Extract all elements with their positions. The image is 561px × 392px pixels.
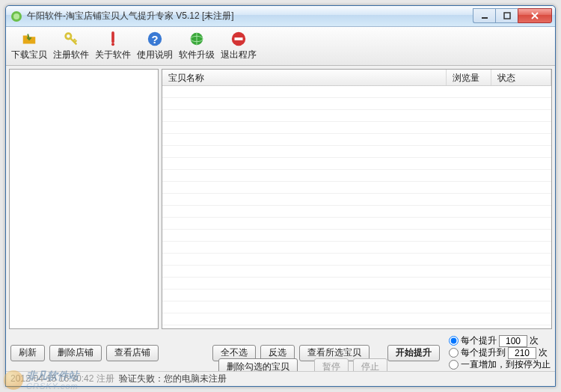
table-row <box>162 301 551 313</box>
option-boost-to[interactable]: 每个提升到 次 <box>449 347 551 358</box>
table-row <box>162 110 551 122</box>
toolbar-register[interactable]: 注册软件 <box>51 28 91 64</box>
info-icon <box>104 31 122 47</box>
list-header: 宝贝名称 浏览量 状态 <box>162 70 551 86</box>
table-row <box>162 86 551 98</box>
toolbar-help[interactable]: ? 使用说明 <box>135 28 175 64</box>
maximize-icon <box>503 12 511 19</box>
col-header-views[interactable]: 浏览量 <box>447 70 491 85</box>
table-row <box>162 218 551 230</box>
toolbar-about[interactable]: 关于软件 <box>93 28 133 64</box>
toolbar-download[interactable]: 下载宝贝 <box>9 28 49 64</box>
svg-rect-2 <box>482 17 488 19</box>
table-row <box>162 266 551 278</box>
list-body[interactable] <box>162 86 551 328</box>
window-title: 午阳软件-淘宝店铺宝贝人气提升专家 V5.12 [未注册] <box>27 10 473 22</box>
item-list-pane: 宝贝名称 浏览量 状态 <box>162 69 552 329</box>
table-row <box>162 242 551 254</box>
toolbar-update[interactable]: 软件升级 <box>177 28 217 64</box>
toolbar-label: 下载宝贝 <box>11 49 47 61</box>
option-each-boost[interactable]: 每个提升 次 <box>449 335 551 346</box>
folder-download-icon <box>20 31 38 47</box>
toolbar-label: 注册软件 <box>53 49 89 61</box>
table-row <box>162 182 551 194</box>
toolbar-label: 使用说明 <box>137 49 173 61</box>
table-row <box>162 194 551 206</box>
maximize-button[interactable] <box>495 8 518 23</box>
svg-text:?: ? <box>152 34 159 46</box>
table-row <box>162 278 551 290</box>
exit-icon <box>230 31 248 47</box>
toolbar-label: 退出程序 <box>221 49 257 61</box>
shop-list-pane[interactable] <box>9 69 159 329</box>
minimize-icon <box>481 12 488 19</box>
titlebar[interactable]: 午阳软件-淘宝店铺宝贝人气提升专家 V5.12 [未注册] <box>6 6 555 27</box>
window-controls <box>473 8 552 23</box>
close-button[interactable] <box>518 8 552 23</box>
app-icon <box>10 10 22 22</box>
status-timestamp: 2012-04-15 16:30:42 注册 <box>10 373 114 385</box>
content-area: 宝贝名称 浏览量 状态 <box>6 66 555 332</box>
minimize-button[interactable] <box>473 8 495 23</box>
close-icon <box>530 12 539 19</box>
svg-rect-3 <box>504 13 510 19</box>
radio-each-boost[interactable] <box>449 336 459 346</box>
app-window: 午阳软件-淘宝店铺宝贝人气提升专家 V5.12 [未注册] 下载宝贝 注册软件 … <box>5 5 556 387</box>
table-row <box>162 230 551 242</box>
status-bar: 2012-04-15 16:30:42 注册 验证失败：您的电脑未注册 <box>6 371 555 386</box>
toolbar-label: 软件升级 <box>179 49 215 61</box>
radio-boost-to[interactable] <box>449 348 459 358</box>
table-row <box>162 206 551 218</box>
table-row <box>162 98 551 110</box>
globe-update-icon <box>188 31 206 47</box>
col-header-name[interactable]: 宝贝名称 <box>162 70 447 85</box>
opt2-label-pre: 每个提升到 <box>461 346 506 359</box>
opt1-label-suf: 次 <box>530 334 539 347</box>
bottom-bar: 刷新 删除店铺 查看店铺 全不选 反选 查看所选宝贝 开始提升 每个提升 次 每… <box>6 332 555 371</box>
table-row <box>162 254 551 266</box>
opt1-label-pre: 每个提升 <box>461 334 497 347</box>
opt2-label-suf: 次 <box>539 346 548 359</box>
toolbar-label: 关于软件 <box>95 49 131 61</box>
table-row <box>162 313 551 325</box>
col-header-status[interactable]: 状态 <box>491 70 551 85</box>
table-row <box>162 290 551 301</box>
table-row <box>162 146 551 158</box>
status-message: 验证失败：您的电脑未注册 <box>119 373 227 385</box>
table-row <box>162 122 551 134</box>
table-row <box>162 158 551 170</box>
table-row <box>162 134 551 146</box>
key-icon <box>62 31 80 47</box>
svg-point-5 <box>111 43 114 46</box>
boost-target-input[interactable] <box>508 347 536 359</box>
svg-point-1 <box>13 13 19 19</box>
toolbar: 下载宝贝 注册软件 关于软件 ? 使用说明 软件升级 退出程序 <box>6 27 555 66</box>
table-row <box>162 170 551 182</box>
toolbar-exit[interactable]: 退出程序 <box>218 28 259 64</box>
boost-count-input[interactable] <box>499 335 527 347</box>
svg-point-4 <box>66 34 71 39</box>
help-icon: ? <box>146 31 164 47</box>
svg-rect-11 <box>235 37 243 40</box>
